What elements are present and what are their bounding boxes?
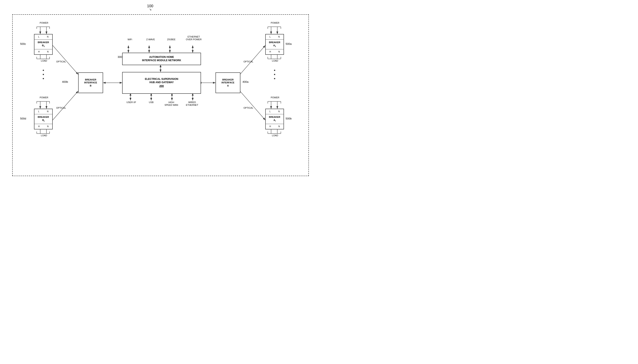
breaker-bj-box: LN BREAKERBj HN — [34, 109, 53, 130]
power-b1-top: POWER — [37, 22, 51, 24]
b1-n-top-label: N — [47, 36, 48, 38]
power-ai-top: POWER — [268, 96, 282, 99]
zigbee-label: ZIGBEE — [165, 38, 178, 41]
b1-n-bot-label: N — [47, 50, 48, 53]
optical-ai: OPTICAL — [244, 106, 253, 109]
wifi-label: WiFi — [125, 38, 135, 41]
ref-500d: 500d — [20, 117, 26, 120]
ethernet-over-power-label: ETHERNETOVER POWER — [184, 36, 203, 41]
ref-300: 300 — [118, 56, 122, 58]
power-a1-top: POWER — [268, 22, 282, 24]
ref-400b: 400b — [62, 80, 68, 84]
diagram-wrapper: 100 ↘ — [6, 4, 313, 178]
optical-b1: OPTICAL — [56, 60, 66, 63]
breaker-b1-box: L N BREAKERB1 H N — [34, 34, 53, 55]
ref-500c: 500c — [20, 42, 26, 46]
zwave-label: Z-WAVE — [144, 38, 157, 41]
ref-400a: 400a — [242, 80, 248, 84]
wired-ethernet-label: WIREDETHERNET — [185, 101, 199, 106]
usb-label: USB — [146, 101, 156, 104]
b1-l-label: L — [38, 36, 40, 38]
breaker-interface-a-box: BREAKERINTERFACEA — [216, 72, 240, 93]
optical-bj: OPTICAL — [56, 106, 66, 109]
power-bj-top: POWER — [37, 96, 51, 99]
load-a1-bot: LOAD — [268, 60, 282, 62]
ref-500b: 500b — [286, 117, 292, 120]
outer-border — [12, 14, 309, 176]
load-bj-bot: LOAD — [37, 134, 51, 137]
breaker-a1-box: LN BREAKERA1 HN — [265, 34, 284, 55]
load-ai-bot: LOAD — [268, 134, 282, 137]
breaker-interface-b-box: BREAKERINTERFACEB — [78, 72, 103, 93]
breaker-ai-box: LN BREAKERAi HN — [265, 109, 284, 130]
user-if-label: USER I/F — [125, 101, 138, 104]
b1-h-label: H — [38, 50, 40, 53]
optical-a1: OPTICAL — [244, 60, 253, 63]
load-b1-bot: LOAD — [37, 60, 51, 62]
hub-box: ELECTRICAL SUPERVISIONHUB AND GATEWAY 20… — [122, 72, 201, 94]
automation-home-box: AUTOMATION HOMEINTERFACE MODULE NETWORK — [122, 53, 201, 65]
figure-arrow: ↘ — [149, 8, 152, 11]
ref-500a: 500a — [286, 42, 292, 46]
high-speed-wan-label: HIGHSPEED WAN — [164, 101, 178, 106]
